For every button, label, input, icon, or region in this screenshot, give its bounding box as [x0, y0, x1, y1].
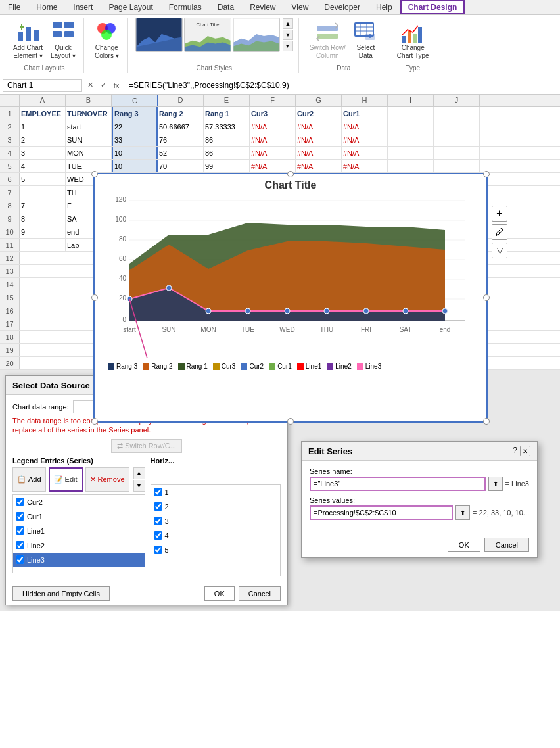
chart-handle-tc[interactable]	[287, 171, 294, 177]
cell-c1[interactable]: Rang 3	[112, 107, 158, 120]
cell-e3[interactable]: 86	[204, 133, 250, 146]
series-line1[interactable]: Line1	[13, 524, 145, 538]
series-line1-check[interactable]	[16, 526, 24, 535]
horiz-1-check[interactable]	[154, 488, 162, 496]
cell-f2[interactable]: #N/A	[250, 120, 296, 133]
chart-handle-bl[interactable]	[91, 418, 98, 425]
cell-i1[interactable]	[388, 107, 434, 120]
tab-data[interactable]: Data	[210, 0, 242, 14]
cell-h1[interactable]: Cur1	[342, 107, 388, 120]
chart-style-1[interactable]	[135, 18, 183, 52]
cell-i4[interactable]	[388, 147, 434, 159]
series-move-down-btn[interactable]: ▼	[133, 480, 145, 492]
tab-formulas[interactable]: Formulas	[161, 0, 210, 14]
switch-row-column-button[interactable]: Switch Row/Column	[307, 19, 348, 61]
formula-insert-fn-btn[interactable]: fx	[110, 80, 122, 91]
chart-add-element-btn[interactable]: +	[492, 206, 507, 222]
chart-handle-ml[interactable]	[91, 294, 98, 301]
cell-h5[interactable]: #N/A	[342, 160, 388, 172]
chart-handle-tr[interactable]	[483, 171, 490, 177]
tab-chart-design[interactable]: Chart Design	[400, 0, 465, 14]
cell-c2[interactable]: 22	[112, 120, 158, 133]
horiz-5-check[interactable]	[154, 546, 162, 554]
horiz-item-2[interactable]: 2	[151, 500, 280, 514]
cell-a4[interactable]: 3	[20, 147, 66, 159]
horiz-item-5[interactable]: 5	[151, 543, 280, 557]
cell-a2[interactable]: 1	[20, 120, 66, 133]
cell-b4[interactable]: MON	[66, 147, 112, 159]
cell-a5[interactable]: 4	[20, 160, 66, 172]
cell-f1[interactable]: Cur3	[250, 107, 296, 120]
add-series-btn[interactable]: 📋 Add	[12, 467, 46, 492]
quick-layout-button[interactable]: QuickLayout ▾	[48, 19, 78, 61]
cell-g3[interactable]: #N/A	[296, 133, 342, 146]
cell-h3[interactable]: #N/A	[342, 133, 388, 146]
chart-handle-bc[interactable]	[287, 418, 294, 425]
cell-d1[interactable]: Rang 2	[158, 107, 204, 120]
style-scroll-up[interactable]: ▲	[283, 18, 293, 29]
cell-d3[interactable]: 76	[158, 133, 204, 146]
cell-e4[interactable]: 86	[204, 147, 250, 159]
style-scroll-down[interactable]: ▼	[283, 30, 293, 40]
select-data-cancel-btn[interactable]: Cancel	[239, 586, 281, 601]
close-edit-series-btn[interactable]: ✕	[520, 446, 530, 456]
series-line2-check[interactable]	[16, 541, 24, 549]
cell-a8[interactable]: 7	[20, 199, 66, 212]
series-cur1-check[interactable]	[16, 512, 24, 521]
cell-g5[interactable]: #N/A	[296, 160, 342, 172]
select-data-button[interactable]: SelectData	[351, 19, 381, 61]
tab-insert[interactable]: Insert	[65, 0, 101, 14]
formula-cancel-btn[interactable]: ✕	[84, 80, 96, 91]
tab-review[interactable]: Review	[242, 0, 283, 14]
series-cur1[interactable]: Cur1	[13, 509, 145, 524]
cell-e2[interactable]: 57.33333	[204, 120, 250, 133]
change-colors-button[interactable]: ChangeColors ▾	[92, 19, 122, 61]
cell-a3[interactable]: 2	[20, 133, 66, 146]
horiz-item-4[interactable]: 4	[151, 528, 280, 543]
cell-i5[interactable]	[388, 160, 434, 172]
add-chart-element-button[interactable]: Add ChartElement ▾	[11, 19, 45, 61]
series-values-collapse-btn[interactable]: ⬆	[455, 505, 470, 520]
chart-style-btn[interactable]: 🖊	[492, 224, 507, 240]
cell-e1[interactable]: Rang 1	[204, 107, 250, 120]
cell-c3[interactable]: 33	[112, 133, 158, 146]
cell-d4[interactable]: 52	[158, 147, 204, 159]
cell-d2[interactable]: 50.66667	[158, 120, 204, 133]
edit-series-help-icon[interactable]: ?	[513, 446, 517, 456]
cell-i2[interactable]	[388, 120, 434, 133]
remove-series-btn[interactable]: ✕ Remove	[85, 467, 129, 492]
series-cur2[interactable]: Cur2	[13, 495, 145, 509]
edit-series-cancel-btn[interactable]: Cancel	[484, 538, 529, 552]
cell-j2[interactable]	[434, 120, 480, 133]
cell-c4[interactable]: 10	[112, 147, 158, 159]
chart-filter-btn[interactable]: ▽	[492, 243, 507, 258]
series-values-input[interactable]	[310, 505, 453, 520]
chart-handle-br[interactable]	[483, 418, 490, 425]
cell-h4[interactable]: #N/A	[342, 147, 388, 159]
cell-b3[interactable]: SUN	[66, 133, 112, 146]
horiz-item-3[interactable]: 3	[151, 514, 280, 528]
series-name-collapse-btn[interactable]: ⬆	[488, 477, 503, 491]
cell-f4[interactable]: #N/A	[250, 147, 296, 159]
cell-b1[interactable]: TURNOVER	[66, 107, 112, 120]
cell-e5[interactable]: 99	[204, 160, 250, 172]
switch-row-col-btn[interactable]: ⇄ Switch Row/C...	[111, 439, 182, 453]
series-line2[interactable]: Line2	[13, 538, 145, 553]
cell-f5[interactable]: #N/A	[250, 160, 296, 172]
hidden-empty-cells-btn[interactable]: Hidden and Empty Cells	[12, 586, 110, 601]
chart-handle-mr[interactable]	[483, 294, 490, 301]
horiz-3-check[interactable]	[154, 517, 162, 525]
chart-style-3[interactable]	[233, 18, 280, 52]
cell-j5[interactable]	[434, 160, 480, 172]
cell-a11[interactable]	[20, 239, 66, 251]
cell-b2[interactable]: start	[66, 120, 112, 133]
cell-g4[interactable]: #N/A	[296, 147, 342, 159]
series-cur2-check[interactable]	[16, 498, 24, 506]
cell-g1[interactable]: Cur2	[296, 107, 342, 120]
cell-c5[interactable]: 10	[112, 160, 158, 172]
style-scroll-expand[interactable]: ▾	[283, 41, 293, 51]
tab-page-layout[interactable]: Page Layout	[101, 0, 160, 14]
series-name-input[interactable]	[310, 477, 486, 491]
cell-g2[interactable]: #N/A	[296, 120, 342, 133]
horiz-2-check[interactable]	[154, 502, 162, 511]
